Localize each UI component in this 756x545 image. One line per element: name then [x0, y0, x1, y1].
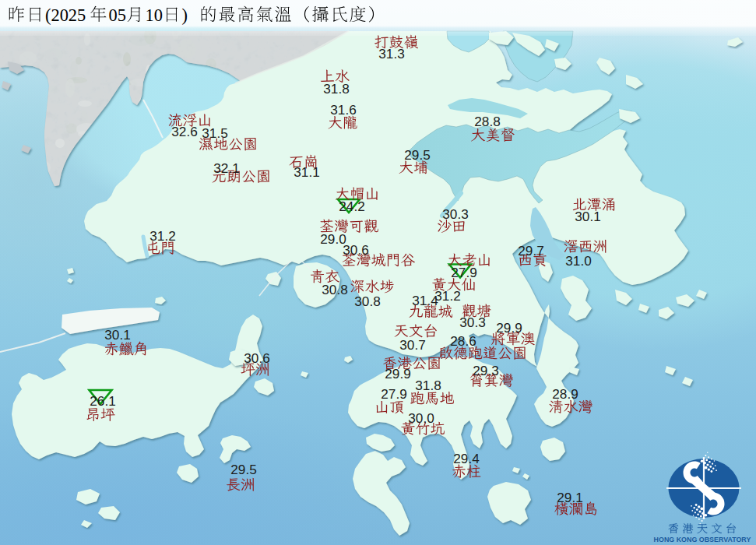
svg-text:30.0: 30.0 — [408, 410, 434, 426]
svg-text:): ) — [182, 5, 188, 25]
svg-text:28.6: 28.6 — [450, 333, 476, 349]
svg-text:10: 10 — [146, 5, 163, 25]
svg-text:30.1: 30.1 — [104, 327, 130, 343]
svg-text:29.9: 29.9 — [385, 366, 410, 382]
svg-text:31.1: 31.1 — [294, 164, 319, 180]
svg-text:29.3: 29.3 — [473, 363, 498, 378]
svg-text:30.6: 30.6 — [343, 242, 368, 258]
svg-text:31.8: 31.8 — [323, 81, 349, 97]
svg-text:31.6: 31.6 — [330, 102, 356, 118]
svg-text:29.5: 29.5 — [230, 462, 256, 477]
svg-text:29.1: 29.1 — [557, 490, 582, 505]
svg-text:30.8: 30.8 — [354, 294, 380, 309]
svg-text:29.7: 29.7 — [518, 243, 543, 258]
svg-text:29.9: 29.9 — [496, 320, 522, 336]
svg-text:28.9: 28.9 — [552, 386, 578, 402]
svg-text:30.8: 30.8 — [322, 282, 347, 297]
svg-text:31.5: 31.5 — [202, 125, 227, 141]
svg-text:29.4: 29.4 — [453, 451, 480, 466]
svg-text:27.9: 27.9 — [381, 386, 406, 402]
svg-text:24.2: 24.2 — [339, 199, 364, 214]
svg-text:28.8: 28.8 — [474, 114, 500, 129]
svg-text:32.1: 32.1 — [213, 160, 239, 176]
svg-text:31.0: 31.0 — [565, 253, 591, 269]
svg-text:30.6: 30.6 — [244, 350, 269, 366]
svg-text:30.1: 30.1 — [575, 209, 600, 224]
svg-text:32.6: 32.6 — [171, 124, 197, 139]
svg-text:31.8: 31.8 — [415, 378, 441, 393]
svg-text:27.9: 27.9 — [451, 265, 476, 280]
svg-text:30.7: 30.7 — [399, 337, 425, 353]
svg-text:30.3: 30.3 — [442, 206, 468, 222]
svg-text:31.2: 31.2 — [149, 228, 175, 244]
svg-text:31.3: 31.3 — [378, 46, 404, 62]
svg-text:(2025: (2025 — [45, 5, 86, 25]
svg-text:26.1: 26.1 — [90, 393, 115, 409]
svg-text:HONG KONG OBSERVATORY: HONG KONG OBSERVATORY — [654, 536, 751, 543]
svg-text:31.2: 31.2 — [434, 288, 460, 304]
svg-text:30.3: 30.3 — [459, 315, 485, 330]
svg-text:29.5: 29.5 — [404, 147, 430, 163]
svg-text:05: 05 — [109, 5, 126, 25]
svg-text:31.4: 31.4 — [412, 293, 438, 308]
